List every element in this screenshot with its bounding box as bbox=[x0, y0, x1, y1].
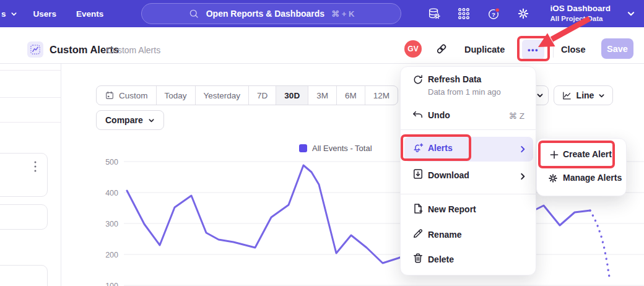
search-bar[interactable]: Open Reports & Dashboards ⌘ + K bbox=[141, 3, 401, 24]
legend-swatch bbox=[299, 144, 307, 152]
alerts-submenu: Create Alert Manage Alerts bbox=[536, 138, 627, 196]
chevron-down-icon bbox=[11, 11, 17, 17]
chevron-down-icon bbox=[627, 9, 635, 18]
download-icon bbox=[412, 168, 424, 180]
range-6m[interactable]: 6M bbox=[337, 86, 365, 105]
report-chart-icon bbox=[27, 41, 43, 58]
nav-item-partial[interactable]: s bbox=[0, 9, 24, 19]
chart-legend[interactable]: All Events - Total bbox=[299, 144, 372, 153]
range-today[interactable]: Today bbox=[157, 86, 196, 105]
breadcrumb: Custom Alerts bbox=[107, 45, 160, 55]
range-12m[interactable]: 12M bbox=[365, 86, 398, 105]
range-3m[interactable]: 3M bbox=[308, 86, 337, 105]
range-30d-active[interactable]: 30D bbox=[276, 86, 308, 105]
topbar: s Users Events Open Reports & Dashboards… bbox=[0, 0, 644, 27]
line-chart-icon bbox=[562, 90, 572, 101]
chevron-down-icon bbox=[148, 117, 155, 124]
app-window: s Users Events Open Reports & Dashboards… bbox=[0, 0, 644, 286]
rename-pencil-icon bbox=[412, 227, 424, 240]
menu-divider bbox=[401, 194, 536, 194]
undo-icon bbox=[412, 109, 424, 121]
save-button[interactable]: Save bbox=[601, 38, 633, 59]
svg-text:500: 500 bbox=[105, 158, 118, 167]
plus-icon bbox=[549, 149, 560, 160]
share-link-icon[interactable] bbox=[435, 42, 448, 56]
project-name: iOS Dashboard bbox=[550, 4, 611, 14]
chevron-right-icon bbox=[518, 145, 527, 154]
more-options-menu: Refresh Data Data from 1 min ago Undo ⌘ … bbox=[400, 66, 536, 275]
chart-type-button[interactable]: Line bbox=[554, 85, 613, 105]
close-button[interactable]: Close bbox=[561, 45, 586, 54]
refresh-data-subtitle: Data from 1 min ago bbox=[428, 87, 501, 97]
sidebar-divider bbox=[0, 97, 61, 98]
calendar-icon bbox=[105, 90, 115, 100]
kebab-menu-icon[interactable] bbox=[32, 160, 38, 175]
project-switcher[interactable]: iOS Dashboard All Project Data bbox=[550, 4, 611, 23]
menu-item-delete[interactable]: Delete bbox=[428, 254, 454, 264]
svg-text:?: ? bbox=[492, 11, 496, 18]
settings-gear-icon[interactable] bbox=[516, 7, 530, 20]
new-report-icon bbox=[412, 202, 424, 215]
chevron-down-icon bbox=[598, 92, 605, 99]
sidebar-card[interactable] bbox=[0, 204, 48, 230]
submenu-item-create-alert[interactable]: Create Alert bbox=[563, 149, 612, 159]
svg-text:300: 300 bbox=[105, 220, 118, 228]
project-scope: All Project Data bbox=[550, 14, 611, 23]
date-range-selector: Custom Today Yesterday 7D 30D 3M 6M 12M bbox=[96, 85, 398, 105]
submenu-item-manage-alerts[interactable]: Manage Alerts bbox=[563, 173, 622, 183]
duplicate-button[interactable]: Duplicate bbox=[464, 45, 505, 54]
menu-item-download[interactable]: Download bbox=[428, 170, 469, 180]
legend-label: All Events - Total bbox=[312, 144, 372, 153]
help-icon[interactable]: ? bbox=[487, 7, 500, 20]
sidebar-divider bbox=[0, 70, 61, 71]
delete-trash-icon bbox=[412, 252, 424, 264]
search-icon bbox=[188, 8, 199, 19]
undo-shortcut: ⌘ Z bbox=[509, 111, 525, 121]
search-placeholder: Open Reports & Dashboards bbox=[206, 9, 324, 19]
chevron-down-icon bbox=[536, 92, 544, 99]
range-7d[interactable]: 7D bbox=[249, 86, 276, 105]
compare-button[interactable]: Compare bbox=[96, 110, 164, 130]
svg-text:100: 100 bbox=[105, 282, 118, 286]
menu-item-rename[interactable]: Rename bbox=[428, 230, 461, 240]
chart-type-label: Line bbox=[577, 90, 594, 100]
data-management-icon[interactable] bbox=[427, 7, 441, 20]
avatar[interactable]: GV bbox=[404, 40, 422, 58]
search-shortcut: ⌘ + K bbox=[331, 9, 354, 19]
more-options-button[interactable]: ••• bbox=[522, 40, 544, 59]
refresh-icon bbox=[412, 74, 424, 86]
alerts-bell-icon bbox=[412, 142, 424, 154]
menu-item-refresh-data[interactable]: Refresh Data bbox=[428, 74, 481, 84]
header-divider bbox=[553, 41, 554, 58]
chevron-right-icon bbox=[518, 172, 527, 181]
menu-divider bbox=[401, 129, 536, 130]
menu-item-alerts-label[interactable]: Alerts bbox=[428, 143, 453, 153]
notification-dot bbox=[495, 8, 500, 12]
menu-item-new-report[interactable]: New Report bbox=[428, 204, 476, 214]
range-custom[interactable]: Custom bbox=[97, 86, 157, 105]
manage-gear-icon bbox=[547, 173, 559, 184]
sidebar-card[interactable] bbox=[0, 265, 48, 286]
range-yesterday[interactable]: Yesterday bbox=[196, 86, 250, 105]
sidebar-card[interactable] bbox=[0, 153, 48, 197]
compare-label: Compare bbox=[105, 115, 143, 125]
menu-item-undo[interactable]: Undo bbox=[428, 110, 450, 120]
nav-item-partial-label: s bbox=[1, 9, 6, 19]
apps-grid-icon[interactable] bbox=[457, 7, 471, 20]
sidebar-divider bbox=[0, 122, 61, 123]
svg-text:400: 400 bbox=[105, 189, 118, 197]
nav-item-users[interactable]: Users bbox=[24, 9, 67, 19]
nav-item-events[interactable]: Events bbox=[66, 9, 113, 19]
range-label: Custom bbox=[119, 91, 148, 100]
svg-text:200: 200 bbox=[105, 251, 118, 259]
